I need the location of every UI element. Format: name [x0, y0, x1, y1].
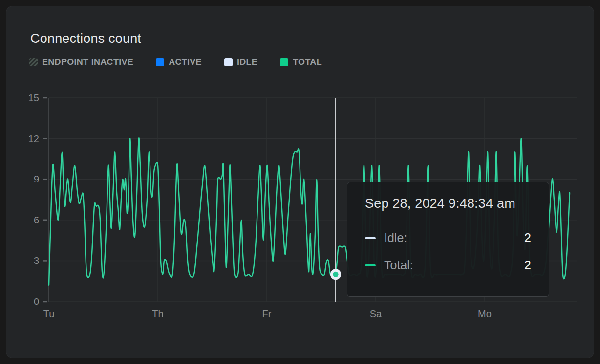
y-tick-label: 0: [34, 296, 39, 307]
chart-tooltip: Sep 28, 2024 9:48:34 am Idle:2Total:2: [347, 182, 549, 297]
y-tick-label: 12: [28, 133, 39, 144]
series-dash-icon: [365, 264, 376, 266]
series-dash-icon: [365, 237, 376, 239]
tooltip-row-value: 2: [524, 258, 531, 272]
x-tick-label: Mo: [478, 308, 492, 319]
y-tick-label: 3: [34, 255, 39, 266]
x-tick-label: Tu: [43, 308, 55, 319]
tooltip-row-idle: Idle:2: [365, 231, 531, 245]
x-tick-label: Sa: [370, 308, 382, 319]
x-tick-label: Fr: [262, 308, 272, 319]
tooltip-rows: Idle:2Total:2: [365, 231, 531, 272]
y-tick-label: 15: [28, 92, 39, 103]
tooltip-row-label: Total:: [384, 258, 413, 272]
y-tick-label: 6: [34, 215, 39, 225]
tooltip-timestamp: Sep 28, 2024 9:48:34 am: [365, 196, 531, 211]
tooltip-row-total: Total:2: [365, 258, 531, 272]
tooltip-row-value: 2: [524, 231, 531, 245]
hover-marker-dot: [333, 272, 339, 277]
x-tick-label: Th: [152, 308, 163, 319]
y-tick-label: 9: [34, 174, 39, 184]
tooltip-row-label: Idle:: [384, 231, 407, 245]
